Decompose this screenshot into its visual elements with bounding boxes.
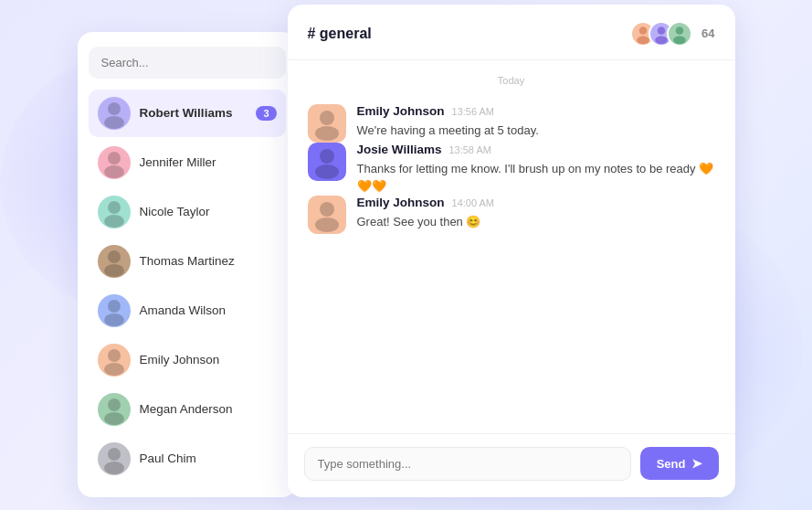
svg-point-20: [676, 27, 684, 35]
chat-panel: # general: [288, 5, 735, 497]
svg-point-0: [108, 102, 121, 115]
app-container: Robert Williams3 Jennifer Miller Nicole …: [78, 14, 735, 497]
message-msg1: Emily Johnson13:56 AMWe're having a meet…: [308, 104, 715, 143]
svg-point-18: [658, 27, 666, 35]
svg-point-3: [104, 165, 124, 178]
message-msg2: Josie Williams13:58 AMThanks for letting…: [308, 143, 715, 196]
avatar-jennifer-miller: [98, 146, 131, 179]
contact-name-robert-williams: Robert Williams: [140, 106, 248, 120]
member-count: 64: [701, 27, 714, 40]
mini-avatar-3: [667, 21, 692, 47]
message-input[interactable]: [304, 447, 631, 481]
svg-point-9: [104, 313, 124, 326]
contact-item-paul-chim[interactable]: Paul Chim: [89, 435, 286, 483]
msg-sender-msg1: Emily Johnson: [357, 104, 445, 118]
svg-point-7: [104, 264, 124, 277]
svg-point-2: [108, 152, 121, 165]
svg-point-27: [315, 218, 339, 232]
avatar-emily-johnson: [98, 344, 131, 377]
svg-point-8: [108, 300, 121, 313]
msg-time-msg3: 14:00 AM: [452, 197, 494, 208]
channel-name: # general: [308, 26, 372, 42]
header-right: 64: [630, 21, 714, 47]
chat-header: # general: [288, 5, 735, 60]
contact-item-amanda-wilson[interactable]: Amanda Wilson: [89, 287, 286, 335]
messages-container: Emily Johnson13:56 AMWe're having a meet…: [308, 104, 715, 234]
svg-point-21: [673, 36, 686, 44]
contact-item-jennifer-miller[interactable]: Jennifer Miller: [89, 139, 286, 186]
msg-content-msg2: Josie Williams13:58 AMThanks for letting…: [357, 143, 715, 196]
chat-input-area: Send ➤: [288, 433, 735, 497]
svg-point-25: [315, 165, 339, 179]
svg-point-22: [320, 111, 334, 125]
msg-content-msg3: Emily Johnson14:00 AMGreat! See you then…: [357, 196, 715, 231]
member-avatars: [630, 21, 692, 47]
contact-name-jennifer-miller: Jennifer Miller: [140, 155, 277, 169]
avatar-paul-chim: [98, 442, 131, 475]
contact-item-megan-anderson[interactable]: Megan Anderson: [89, 386, 286, 433]
svg-point-10: [108, 349, 121, 362]
contact-item-nicole-taylor[interactable]: Nicole Taylor: [89, 188, 286, 236]
svg-point-13: [104, 412, 124, 425]
msg-text-msg3: Great! See you then 😊: [357, 213, 715, 231]
contact-name-megan-anderson: Megan Anderson: [140, 402, 277, 416]
svg-point-14: [108, 448, 121, 461]
avatar-thomas-martinez: [98, 245, 131, 278]
send-icon: ➤: [691, 456, 702, 471]
badge-robert-williams: 3: [256, 106, 276, 121]
msg-text-msg1: We're having a meeting at 5 today.: [357, 122, 715, 140]
message-msg3: Emily Johnson14:00 AMGreat! See you then…: [308, 196, 715, 234]
msg-content-msg1: Emily Johnson13:56 AMWe're having a meet…: [357, 104, 715, 140]
svg-point-11: [104, 363, 124, 376]
contact-name-thomas-martinez: Thomas Martinez: [140, 254, 277, 268]
contact-item-emily-johnson[interactable]: Emily Johnson: [89, 336, 286, 384]
contact-name-amanda-wilson: Amanda Wilson: [140, 303, 277, 317]
msg-meta-msg2: Josie Williams13:58 AM: [357, 143, 715, 156]
svg-point-12: [108, 398, 121, 411]
msg-sender-msg2: Josie Williams: [357, 143, 442, 156]
sidebar: Robert Williams3 Jennifer Miller Nicole …: [78, 32, 297, 497]
contact-item-thomas-martinez[interactable]: Thomas Martinez: [89, 238, 286, 285]
svg-point-16: [639, 27, 648, 35]
svg-point-15: [104, 462, 124, 474]
avatar-nicole-taylor: [98, 196, 131, 228]
msg-sender-msg3: Emily Johnson: [357, 196, 445, 209]
svg-point-17: [637, 36, 649, 44]
svg-point-1: [104, 116, 124, 129]
svg-point-4: [108, 201, 121, 214]
contact-list: Robert Williams3 Jennifer Miller Nicole …: [89, 90, 286, 483]
avatar-amanda-wilson: [98, 294, 131, 327]
svg-point-24: [320, 149, 334, 164]
msg-meta-msg3: Emily Johnson14:00 AM: [357, 196, 715, 209]
chat-messages: Today Emily Johnson13:56 AMWe're having …: [288, 60, 735, 433]
svg-point-23: [315, 126, 339, 141]
svg-point-6: [108, 250, 121, 263]
search-input[interactable]: [89, 47, 286, 79]
msg-meta-msg1: Emily Johnson13:56 AM: [357, 104, 715, 118]
msg-avatar-msg1: [308, 104, 346, 143]
msg-avatar-msg2: [308, 143, 346, 181]
contact-item-robert-williams[interactable]: Robert Williams3: [89, 90, 286, 137]
contact-name-emily-johnson: Emily Johnson: [140, 353, 277, 367]
contact-name-paul-chim: Paul Chim: [140, 452, 277, 465]
svg-point-5: [104, 215, 124, 228]
msg-time-msg1: 13:56 AM: [452, 106, 494, 117]
contact-name-nicole-taylor: Nicole Taylor: [140, 205, 277, 218]
msg-avatar-msg3: [308, 196, 346, 234]
msg-time-msg2: 13:58 AM: [448, 144, 490, 155]
avatar-robert-williams: [98, 97, 131, 130]
send-label: Send: [657, 457, 686, 471]
svg-point-19: [655, 36, 668, 44]
svg-point-26: [320, 202, 334, 217]
date-divider: Today: [308, 75, 715, 86]
avatar-megan-anderson: [98, 393, 131, 426]
send-button[interactable]: Send ➤: [640, 447, 719, 480]
msg-text-msg2: Thanks for letting me know. I'll brush u…: [357, 160, 715, 196]
